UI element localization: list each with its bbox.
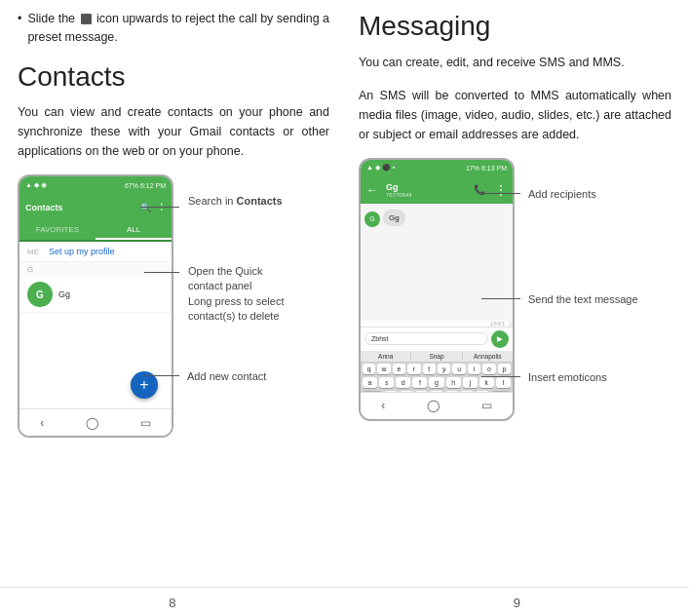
- messaging-phone-mockup: ▲ ◆ ⚫ ▪ 17% 6:13 PM ← Gg 76770844 📞 ⋮: [359, 158, 515, 421]
- contact-avatar-gg: G: [27, 282, 53, 307]
- add-contact-callout: Add new contact: [179, 369, 266, 384]
- msg-input-bar: Zbhst ►: [361, 327, 513, 351]
- send-message-callout: Send the text message: [520, 292, 638, 307]
- key-h[interactable]: h: [446, 377, 461, 388]
- msg-recents-icon[interactable]: ▭: [481, 399, 492, 412]
- page-number-left: 8: [169, 596, 175, 610]
- keyboard-suggestions: Anna Snap Annapolis: [361, 351, 513, 363]
- key-i[interactable]: i: [468, 364, 480, 374]
- key-e[interactable]: e: [393, 364, 405, 374]
- right-column: Messaging You can create, edit, and rece…: [349, 10, 671, 583]
- suggestion-snap[interactable]: Snap: [411, 353, 462, 360]
- page-number-right: 9: [514, 596, 520, 610]
- messaging-callouts: Add recipients Send the text message Ins…: [515, 158, 671, 421]
- contacts-g-header: G: [19, 262, 172, 277]
- send-button[interactable]: ►: [491, 330, 509, 348]
- key-y[interactable]: y: [438, 364, 450, 374]
- messaging-section-title: Messaging: [359, 10, 671, 43]
- contacts-list: ME Set up my profile G G Gg: [19, 242, 172, 436]
- contacts-callouts: Search in Contacts Open the Quickcontact…: [173, 174, 329, 438]
- key-p[interactable]: p: [498, 364, 511, 374]
- suggestion-annapolis[interactable]: Annapolis: [463, 353, 513, 360]
- key-a[interactable]: a: [363, 377, 377, 388]
- msg-back-icon[interactable]: ←: [366, 183, 378, 197]
- msg-bubble-incoming: Gg: [383, 210, 405, 226]
- contacts-tabs: FAVORITES ALL: [19, 221, 172, 242]
- key-l[interactable]: l: [496, 377, 511, 388]
- key-o[interactable]: o: [482, 364, 495, 374]
- quick-contact-callout: Open the Quickcontact panelLong press to…: [179, 264, 284, 325]
- msg-body: G Gg: [361, 204, 513, 321]
- key-q[interactable]: q: [363, 364, 375, 374]
- key-f[interactable]: f: [412, 377, 427, 388]
- messaging-body1: You can create, edit, and receive SMS an…: [359, 53, 671, 72]
- contacts-nav-title: Contacts: [25, 203, 63, 212]
- bottom-nav-contacts: ‹ ◯ ▭: [19, 408, 172, 436]
- bullet-symbol: •: [18, 10, 21, 28]
- add-recipients-label: Add recipients: [520, 187, 596, 202]
- keyboard-row1: q w e r t y u i o p: [361, 363, 513, 376]
- insert-emoticons-callout: Insert emoticons: [520, 370, 607, 385]
- msg-more-icon[interactable]: ⋮: [495, 183, 507, 197]
- add-contact-callout-label: Add new contact: [179, 369, 266, 384]
- contact-name-gg: Gg: [58, 289, 70, 299]
- contacts-phone-mockup: ▲ ◆ ◉ 67% 6:12 PM Contacts 🔍 ⋮ FAVORITES…: [18, 174, 173, 438]
- contact-item-gg[interactable]: G Gg: [19, 277, 172, 313]
- contacts-status-bar: ▲ ◆ ◉ 67% 6:12 PM: [19, 176, 172, 194]
- key-w[interactable]: w: [377, 364, 390, 374]
- inline-icon-placeholder: [81, 14, 92, 24]
- msg-status-icons: ▲ ◆ ⚫ ▪: [366, 164, 395, 172]
- key-r[interactable]: r: [407, 364, 420, 374]
- me-profile-text[interactable]: Set up my profile: [49, 247, 115, 256]
- msg-nav-bar: ← Gg 76770844 📞 ⋮: [361, 176, 513, 203]
- back-icon[interactable]: ‹: [40, 416, 44, 430]
- me-row: ME Set up my profile: [19, 242, 172, 262]
- recents-icon[interactable]: ▭: [140, 416, 151, 430]
- quick-contact-callout-label: Open the Quickcontact panelLong press to…: [180, 264, 284, 325]
- bullet-text: Slide the icon upwards to reject the cal…: [27, 10, 329, 47]
- key-u[interactable]: u: [452, 364, 465, 374]
- msg-avatar: G: [364, 212, 380, 227]
- key-j[interactable]: j: [463, 377, 478, 388]
- msg-home-icon[interactable]: ◯: [427, 399, 440, 412]
- page-numbers: 8 9: [0, 587, 689, 616]
- msg-back-nav-icon[interactable]: ‹: [381, 399, 385, 412]
- bullet-item: • Slide the icon upwards to reject the c…: [18, 10, 329, 47]
- contacts-body: You can view and create contacts on your…: [18, 102, 329, 161]
- msg-video-icon[interactable]: 📞: [474, 184, 485, 195]
- contacts-section-title: Contacts: [18, 60, 329, 94]
- suggestion-anna[interactable]: Anna: [361, 353, 411, 360]
- left-column: • Slide the icon upwards to reject the c…: [18, 10, 349, 583]
- tab-favorites[interactable]: FAVORITES: [19, 221, 96, 240]
- key-t[interactable]: t: [423, 364, 436, 374]
- msg-status-right: 17% 6:13 PM: [466, 165, 507, 172]
- add-recipients-callout: Add recipients: [520, 187, 596, 202]
- messaging-body2: An SMS will be converted to MMS automati…: [359, 86, 671, 144]
- key-k[interactable]: k: [479, 377, 494, 388]
- msg-input-field[interactable]: Zbhst: [364, 332, 488, 345]
- search-callout: Search in Contacts: [179, 194, 283, 209]
- search-callout-bold: Contacts: [237, 195, 283, 207]
- search-callout-label: Search in Contacts: [180, 194, 283, 209]
- msg-contact-number: 76770844: [386, 192, 470, 198]
- tab-all[interactable]: ALL: [96, 221, 172, 240]
- key-s[interactable]: s: [379, 377, 394, 388]
- add-icon: +: [139, 376, 148, 394]
- msg-contact-name: Gg: [386, 182, 470, 192]
- contacts-status-icons: ▲ ◆ ◉: [25, 181, 47, 189]
- home-icon[interactable]: ◯: [86, 416, 98, 430]
- key-d[interactable]: d: [396, 377, 410, 388]
- insert-emoticons-label: Insert emoticons: [520, 370, 607, 385]
- key-g[interactable]: g: [429, 377, 443, 388]
- msg-status-bar: ▲ ◆ ⚫ ▪ 17% 6:13 PM: [361, 160, 513, 177]
- contacts-status-battery: 67% 6:12 PM: [125, 182, 166, 189]
- send-message-label: Send the text message: [520, 292, 638, 307]
- bottom-nav-msg: ‹ ◯ ▭: [361, 392, 513, 419]
- keyboard-row2: a s d f g h j k l: [361, 376, 513, 390]
- me-label: ME: [27, 248, 43, 256]
